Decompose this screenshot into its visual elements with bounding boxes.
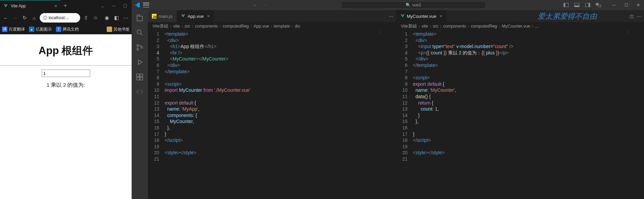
bookmark-icon: 译 xyxy=(2,27,7,32)
search-text: vue3 xyxy=(412,3,421,7)
window-maximize-icon[interactable]: ☐ xyxy=(620,0,632,10)
window-minimize-icon[interactable]: ─ xyxy=(608,0,620,10)
svg-point-4 xyxy=(137,49,139,50)
svg-point-2 xyxy=(137,30,141,34)
vscode-titlebar: ← → 🔍 vue3 ─ ☐ ✕ xyxy=(132,0,644,10)
source-control-icon[interactable] xyxy=(135,43,144,52)
window-minimize-icon[interactable]: ─ xyxy=(109,1,119,10)
browser-tab[interactable]: Vite App × xyxy=(0,0,61,11)
breadcrumb[interactable]: Vite基础›vite›src›components›computedReg›M… xyxy=(396,22,644,30)
browser-tab-title: Vite App xyxy=(11,4,26,8)
chevron-down-icon[interactable]: ⌄ xyxy=(97,1,107,10)
search-icon[interactable] xyxy=(135,28,144,37)
menu-icon[interactable] xyxy=(143,3,149,7)
svg-rect-7 xyxy=(140,74,143,77)
svg-rect-6 xyxy=(137,74,139,77)
folder-icon xyxy=(107,27,112,32)
share-icon[interactable]: ⇪ xyxy=(82,13,90,23)
more-icon[interactable]: ⋯ xyxy=(389,14,393,19)
layout-right-icon[interactable] xyxy=(583,1,591,9)
explorer-icon[interactable] xyxy=(135,13,144,22)
window-close-icon[interactable]: ✕ xyxy=(633,0,644,10)
close-tab-icon[interactable]: × xyxy=(440,13,442,19)
close-tab-icon[interactable]: × xyxy=(207,13,210,19)
code-editor[interactable]: 123456789101112131415161718192021 <templ… xyxy=(148,30,396,199)
bookmark-icon: ▸ xyxy=(29,27,34,32)
nav-back-button[interactable]: ← xyxy=(253,2,258,8)
js-icon xyxy=(152,14,157,18)
address-text: localhost:... xyxy=(48,15,69,20)
bookmarks-bar: 译百度翻译 ▸亿图图示 T腾讯文档 其他书签 xyxy=(0,24,132,34)
nav-back-button[interactable]: ← xyxy=(2,13,9,23)
new-tab-button[interactable]: + xyxy=(61,1,70,10)
editor-group-1: main.js App.vue × ⋯ Vite基础›vite›src›comp… xyxy=(148,10,396,199)
vite-icon xyxy=(3,4,8,8)
vscode-window: ← → 🔍 vue3 ─ ☐ ✕ main.js App.vue × xyxy=(132,0,644,199)
minimap[interactable]: ▬▬▬▬▬▬▬▬▬▬▬▬▬▬ xyxy=(379,31,395,58)
page-content: App 根组件 1 乘以 2 的值为: xyxy=(0,34,132,199)
command-center[interactable]: 🔍 vue3 xyxy=(341,1,486,9)
reload-button[interactable]: ↻ xyxy=(21,13,28,23)
split-icon[interactable]: ◫ xyxy=(630,14,634,19)
browser-window: Vite App × + ⌄ ─ ☐ ← → ↻ ⌂ ⓘ localhost:.… xyxy=(0,0,132,199)
sidebar-icon[interactable]: ◧ xyxy=(113,13,120,23)
nav-forward-button[interactable]: → xyxy=(11,13,19,23)
result-text: 1 乘以 2 的值为: xyxy=(46,82,85,89)
svg-point-5 xyxy=(141,47,143,48)
address-bar[interactable]: ⓘ localhost:... xyxy=(40,13,80,23)
page-heading: App 根组件 xyxy=(39,44,93,58)
vue-icon xyxy=(181,14,185,18)
other-bookmarks[interactable]: 其他书签 xyxy=(107,27,130,32)
layout-left-icon[interactable] xyxy=(562,1,570,9)
svg-rect-9 xyxy=(140,77,143,80)
account-icon[interactable]: ◉ xyxy=(103,13,111,23)
window-maximize-icon[interactable]: ☐ xyxy=(120,1,130,10)
count-input[interactable] xyxy=(42,70,90,77)
vue-icon xyxy=(400,14,405,18)
search-icon: 🔍 xyxy=(406,3,411,7)
bookmark-item[interactable]: 译百度翻译 xyxy=(2,27,25,32)
code-editor[interactable]: 123456789101112131415161718192021 <templ… xyxy=(396,30,644,199)
bookmark-icon: T xyxy=(56,27,61,32)
layout-grid-icon[interactable] xyxy=(594,1,602,9)
tab-main-js[interactable]: main.js xyxy=(148,10,177,22)
debug-icon[interactable] xyxy=(135,58,144,67)
bookmark-item[interactable]: ▸亿图图示 xyxy=(29,27,52,32)
home-button[interactable]: ⌂ xyxy=(30,13,38,23)
browser-toolbar: ← → ↻ ⌂ ⓘ localhost:... ⇪ ☆ ◉ ◧ ⋯ xyxy=(0,11,132,24)
browser-titlebar: Vite App × + ⌄ ─ ☐ xyxy=(0,0,132,11)
breadcrumb[interactable]: Vite基础›vite›src›components›computedReg›A… xyxy=(148,22,396,30)
svg-point-3 xyxy=(137,45,139,46)
minimap[interactable]: ▬▬▬▬▬▬▬▬▬▬▬▬▬ xyxy=(627,31,643,58)
tab-mycounter-vue[interactable]: MyCounter.vue × xyxy=(396,10,447,22)
layout-bottom-icon[interactable] xyxy=(573,1,581,9)
activity-bar xyxy=(132,10,148,199)
remote-icon[interactable] xyxy=(135,87,144,96)
bookmark-item[interactable]: T腾讯文档 xyxy=(56,27,79,32)
info-icon: ⓘ xyxy=(43,15,47,21)
editor-group-2: 爱太累爱得不自由 MyCounter.vue × ◫ ⋯ Vite基础›vite… xyxy=(396,10,644,199)
tab-bar: main.js App.vue × ⋯ xyxy=(148,10,396,22)
svg-rect-8 xyxy=(137,77,139,80)
star-icon[interactable]: ☆ xyxy=(92,13,99,23)
nav-forward-button[interactable]: → xyxy=(263,2,268,8)
tab-app-vue[interactable]: App.vue × xyxy=(177,10,214,22)
close-tab-icon[interactable]: × xyxy=(55,3,57,9)
tab-bar: MyCounter.vue × ◫ ⋯ xyxy=(396,10,644,22)
vscode-icon xyxy=(134,2,140,8)
more-icon[interactable]: ⋯ xyxy=(637,14,641,19)
divider xyxy=(0,65,132,66)
extensions-icon[interactable] xyxy=(135,73,144,81)
menu-icon[interactable]: ⋯ xyxy=(122,13,130,23)
